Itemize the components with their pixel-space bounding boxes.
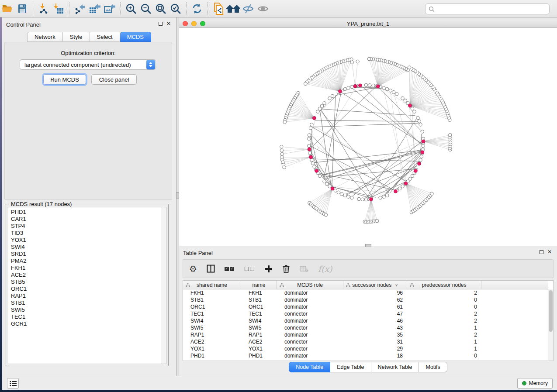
clone-network-icon[interactable] (211, 2, 226, 16)
search-input[interactable] (435, 5, 549, 14)
table-cell[interactable]: STB1 (183, 296, 241, 303)
table-cell[interactable]: connector (277, 345, 343, 352)
open-folder-icon[interactable] (0, 2, 15, 16)
table-cell[interactable]: 1 (407, 345, 481, 352)
delete-icon[interactable] (282, 265, 290, 273)
table-cell[interactable]: dominator (277, 289, 343, 296)
column-header-successor-nodes[interactable]: successor nodes ∨ (343, 281, 407, 289)
gear-icon[interactable]: ⚙ (189, 264, 197, 274)
columns-icon[interactable] (207, 265, 215, 273)
table-cell[interactable]: SWI4 (183, 317, 241, 324)
tab-network-table[interactable]: Network Table (371, 362, 419, 372)
table-cell[interactable]: ACE2 (241, 338, 277, 345)
list-item[interactable]: RAP1 (11, 292, 161, 299)
table-cell[interactable]: RAP1 (183, 331, 241, 338)
tab-edge-table[interactable]: Edge Table (330, 362, 371, 372)
column-header-name[interactable]: name (241, 281, 277, 289)
table-cell[interactable]: YOX1 (241, 345, 277, 352)
network-graph[interactable] (179, 28, 557, 246)
list-item[interactable]: TID3 (11, 230, 161, 237)
table-cell[interactable]: RAP1 (241, 331, 277, 338)
table-row[interactable]: ACE2ACE2connector311 (183, 338, 548, 345)
search-box[interactable] (425, 3, 550, 14)
table-row[interactable]: PHD1PHD1dominator180 (183, 352, 548, 359)
table-cell[interactable]: ORC1 (183, 303, 241, 310)
table-row[interactable]: TEC1TEC1connector472 (183, 310, 548, 317)
table-cell[interactable]: ACE2 (183, 338, 241, 345)
run-mcds-button[interactable]: Run MCDS (43, 74, 86, 85)
scrollbar[interactable] (548, 289, 553, 361)
list-item[interactable]: FKH1 (11, 265, 161, 272)
list-item[interactable]: YOX1 (11, 237, 161, 244)
table-cell[interactable]: connector (277, 324, 343, 331)
table-row[interactable]: YOX1YOX1connector291 (183, 345, 548, 352)
table-row[interactable]: SWI4SWI4dominator462 (183, 317, 548, 324)
table-cell[interactable]: 1 (407, 324, 481, 331)
tab-select[interactable]: Select (90, 32, 120, 42)
tab-mcds[interactable]: MCDS (120, 32, 151, 42)
task-history-button[interactable] (7, 378, 19, 389)
table-row[interactable]: ORC1ORC1dominator610 (183, 303, 548, 310)
table-cell[interactable]: dominator (277, 331, 343, 338)
horizontal-splitter[interactable] (365, 244, 371, 247)
list-item[interactable]: PMA2 (11, 258, 161, 265)
list-item[interactable]: SRD1 (11, 251, 161, 258)
export-image-icon[interactable] (102, 2, 117, 16)
table-cell[interactable]: SWI5 (183, 324, 241, 331)
table-cell[interactable]: connector (277, 338, 343, 345)
table-cell[interactable]: dominator (277, 296, 343, 303)
table-cell[interactable]: dominator (277, 317, 343, 324)
mcds-result-list[interactable]: PHD1 CAR1 STP4 TID3 YOX1 SWI4 SRD1 PMA2 … (8, 207, 161, 364)
list-item[interactable]: TEC1 (11, 313, 161, 320)
table-cell[interactable]: YOX1 (183, 345, 241, 352)
tab-network[interactable]: Network (27, 32, 63, 42)
vertical-splitter[interactable] (176, 17, 179, 376)
column-header-mcds-role[interactable]: MCDS role (277, 281, 343, 289)
table-cell[interactable]: FKH1 (183, 289, 241, 296)
list-item[interactable]: ORC1 (11, 285, 161, 292)
table-cell[interactable]: 2 (407, 331, 481, 338)
show-panel-icon[interactable] (256, 2, 270, 16)
table-cell[interactable]: 29 (343, 345, 407, 352)
close-panel-button[interactable]: Close panel (91, 74, 137, 85)
close-icon[interactable]: ✕ (547, 250, 552, 254)
network-canvas[interactable] (179, 28, 557, 246)
list-item[interactable]: SWI5 (11, 306, 161, 313)
table-row[interactable]: RAP1RAP1dominator352 (183, 331, 548, 338)
table-cell[interactable]: 1 (407, 338, 481, 345)
hide-panel-icon[interactable] (241, 2, 256, 16)
export-table-icon[interactable] (87, 2, 102, 16)
select-all-icon[interactable]: ✓✓ (225, 267, 235, 271)
import-network-icon[interactable] (36, 2, 51, 16)
table-row[interactable]: STB1STB1dominator620 (183, 296, 548, 303)
refresh-icon[interactable] (190, 2, 204, 16)
tab-style[interactable]: Style (63, 32, 90, 42)
tab-motifs[interactable]: Motifs (419, 362, 447, 372)
float-panel-icon[interactable] (540, 250, 543, 254)
list-item[interactable]: STB1 (11, 299, 161, 306)
table-cell[interactable]: STB1 (241, 296, 277, 303)
zoom-selected-icon[interactable] (168, 2, 183, 16)
list-item[interactable]: SWI4 (11, 244, 161, 251)
close-icon[interactable]: ✕ (166, 22, 171, 26)
zoom-in-icon[interactable] (124, 2, 138, 16)
float-panel-icon[interactable] (159, 22, 163, 26)
table-cell[interactable]: 61 (343, 303, 407, 310)
table-cell[interactable]: 18 (343, 352, 407, 359)
table-cell[interactable]: TEC1 (183, 310, 241, 317)
table-cell[interactable]: SWI4 (241, 317, 277, 324)
table-cell[interactable]: TEC1 (241, 310, 277, 317)
table-row[interactable]: SWI5SWI5connector431 (183, 324, 548, 331)
criterion-select[interactable]: largest connected component (undirected) (20, 59, 156, 70)
table-cell[interactable]: 43 (343, 324, 407, 331)
column-header-shared-name[interactable]: shared name (183, 281, 241, 289)
table-cell[interactable]: connector (277, 310, 343, 317)
table-cell[interactable]: 47 (343, 310, 407, 317)
table-cell[interactable]: 62 (343, 296, 407, 303)
zoom-fit-icon[interactable] (153, 2, 168, 16)
table-cell[interactable]: PHD1 (241, 352, 277, 359)
list-item[interactable]: PHD1 (11, 209, 161, 216)
table-cell[interactable]: 0 (407, 296, 481, 303)
add-icon[interactable] (265, 265, 273, 273)
table-cell[interactable]: 96 (343, 289, 407, 296)
